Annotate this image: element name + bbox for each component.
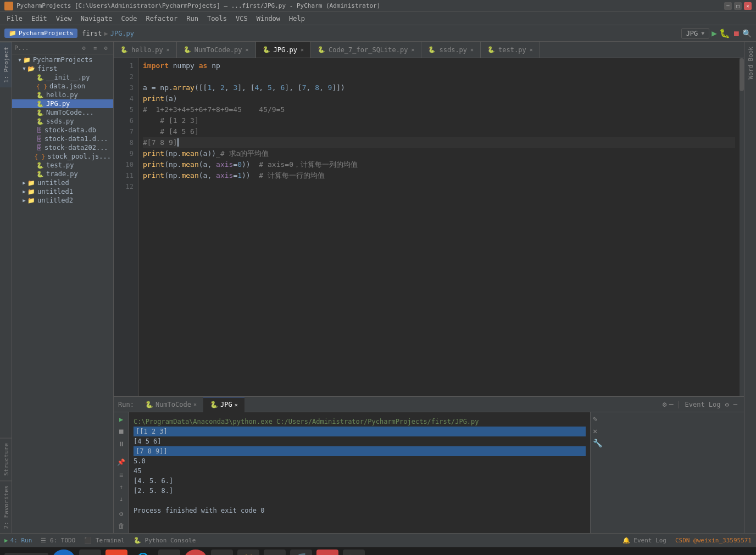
tree-item-untitled2[interactable]: ▶ 📁 untitled2 <box>12 196 113 205</box>
taskbar-item-1[interactable]: K <box>53 550 75 556</box>
minimize-button[interactable]: ─ <box>724 2 732 10</box>
tree-item-stockdb[interactable]: 🗄 stock-data.db <box>12 126 113 134</box>
tab-hellopy[interactable]: 🐍 hello.py ✕ <box>114 42 177 58</box>
taskbar-item-3[interactable]: i <box>105 550 127 556</box>
stop-button[interactable]: ⏹ <box>732 29 740 38</box>
event-log-minimize[interactable]: ─ <box>733 401 737 408</box>
project-button[interactable]: 📁 PycharmProjects <box>4 29 77 38</box>
settings-icon[interactable]: ⚙ <box>663 400 667 408</box>
pause-button[interactable]: ⏸ <box>116 439 127 449</box>
vtab-wordbook[interactable]: Word Book <box>744 42 756 84</box>
menu-help[interactable]: Help <box>285 14 309 24</box>
search-everywhere-button[interactable]: 🔍 <box>742 29 752 38</box>
bottom-tab-jpg[interactable]: 🐍 JPG ✕ <box>203 397 244 412</box>
menu-edit[interactable]: Edit <box>27 14 52 24</box>
tree-item-tradepy[interactable]: 🐍 trade.py <box>12 170 113 178</box>
collapse-all-button[interactable]: ≡ <box>90 43 100 53</box>
rerun-button[interactable]: ▶ <box>116 414 127 424</box>
tab-testpy[interactable]: 🐍 test.py ✕ <box>481 42 540 58</box>
breadcrumb-folder[interactable]: first <box>82 30 102 37</box>
status-run[interactable]: 4: Run <box>4 537 32 544</box>
tree-item-testpy[interactable]: 🐍 test.py <box>12 161 113 170</box>
edit-icon[interactable]: ✎ <box>593 414 742 423</box>
close-bottom-tab-icon[interactable]: ✕ <box>193 401 197 407</box>
settings-side-button[interactable]: ⚙ <box>116 508 127 518</box>
tree-item-numtocode[interactable]: 🐍 NumToCode... <box>12 108 113 117</box>
tree-view-button[interactable]: ≡ <box>116 470 127 480</box>
taskbar-item-files[interactable]: 📁 <box>237 550 259 556</box>
menu-vcs[interactable]: VCS <box>231 14 252 24</box>
settings-button[interactable]: ⚙ <box>101 43 111 53</box>
taskbar-item-chrome[interactable]: 🌐 <box>132 550 154 556</box>
close-tab-icon[interactable]: ✕ <box>166 47 170 53</box>
taskbar-item-8[interactable]: ❤ <box>316 550 338 556</box>
menu-view[interactable]: View <box>52 14 76 24</box>
menu-navigate[interactable]: Navigate <box>76 14 117 24</box>
bottom-tab-numtocode[interactable]: 🐍 NumToCode ✕ <box>138 397 203 412</box>
scrollbar-thumb[interactable] <box>740 58 744 91</box>
menu-run[interactable]: Run <box>182 14 203 24</box>
close-tab-icon[interactable]: ✕ <box>246 47 249 53</box>
tab-ssds[interactable]: 🐍 ssds.py ✕ <box>421 42 481 58</box>
breadcrumb-file[interactable]: JPG.py <box>110 30 134 37</box>
taskbar-item-7[interactable]: 🎵 <box>290 550 312 556</box>
window-controls[interactable]: ─ □ ✕ <box>724 2 752 10</box>
run-button[interactable]: ▶ <box>711 28 717 38</box>
tree-item-stockdb2[interactable]: 🗄 stock-data202... <box>12 143 113 152</box>
tab-code7[interactable]: 🐍 Code_7_for_SQLite.py ✕ <box>311 42 422 58</box>
vtab-structure[interactable]: Structure <box>0 438 12 480</box>
tree-item-ssdspy[interactable]: 🐍 ssds.py <box>12 117 113 126</box>
taskbar-item-9[interactable]: 📷 <box>343 550 365 556</box>
wrench-icon[interactable]: 🔧 <box>593 439 742 447</box>
tree-item-datajson[interactable]: { } data.json <box>12 82 113 91</box>
close-button[interactable]: ✕ <box>744 2 752 10</box>
tree-item-jpgpy[interactable]: 🐍 JPG.py <box>12 99 113 108</box>
status-todo[interactable]: ☰ 6: TODO <box>41 537 75 544</box>
code-editor[interactable]: 12345 6789101112 import numpy as np a = … <box>114 58 744 396</box>
taskbar-item-5[interactable]: W <box>185 550 207 556</box>
tab-numtocode[interactable]: 🐍 NumToCode.py ✕ <box>177 42 256 58</box>
down-button[interactable]: ↓ <box>116 494 127 504</box>
tree-item-init[interactable]: 🐍 __init__.py <box>12 73 113 82</box>
taskbar-search[interactable]: 搜索一下 <box>4 553 48 555</box>
taskbar-item-2[interactable]: N <box>79 550 101 556</box>
vtab-project[interactable]: 1: Project <box>0 42 12 87</box>
taskbar-item-6[interactable]: 🟧 <box>264 550 286 556</box>
tree-item-stockpool[interactable]: { } stock_pool.js... <box>12 152 113 161</box>
close-tab-icon[interactable]: ✕ <box>411 47 414 53</box>
run-config-dropdown[interactable]: ▼ <box>701 30 704 36</box>
taskbar-item-pycharm[interactable]: 🖥 <box>211 550 233 556</box>
close-tab-icon[interactable]: ✕ <box>530 47 533 53</box>
tree-item-hellopy[interactable]: 🐍 hello.py <box>12 91 113 99</box>
taskbar-item-4[interactable]: 🐦 <box>158 550 180 556</box>
vtab-favorites[interactable]: 2: Favorites <box>0 480 12 533</box>
debug-button[interactable]: 🐛 <box>719 28 730 38</box>
menu-file[interactable]: File <box>2 14 27 24</box>
menu-refactor[interactable]: Refactor <box>141 14 182 24</box>
minimize-icon[interactable]: ─ <box>669 400 674 408</box>
status-terminal[interactable]: ⬛ Terminal <box>84 537 125 544</box>
stop-run-button[interactable]: ⏹ <box>116 427 127 436</box>
tree-item-pycharmprojects[interactable]: ▼ 📁 PycharmProjects <box>12 55 113 64</box>
clear-icon[interactable]: ✕ <box>593 427 742 435</box>
tree-item-untitled[interactable]: ▶ 📁 untitled <box>12 178 113 187</box>
tab-jpgpy[interactable]: 🐍 JPG.py ✕ <box>256 42 311 58</box>
tree-item-first[interactable]: ▼ 📂 first <box>12 64 113 73</box>
close-tab-icon[interactable]: ✕ <box>470 47 474 53</box>
menu-code[interactable]: Code <box>117 14 142 24</box>
tree-item-stockdb1[interactable]: 🗄 stock-data1.d... <box>12 134 113 143</box>
pin-button[interactable]: 📌 <box>116 457 127 467</box>
trash-button[interactable]: 🗑 <box>116 521 127 531</box>
event-log-status[interactable]: 🔔 Event Log <box>622 537 666 544</box>
menu-window[interactable]: Window <box>252 14 285 24</box>
maximize-button[interactable]: □ <box>734 2 742 10</box>
close-bottom-tab-icon[interactable]: ✕ <box>235 402 238 408</box>
code-content[interactable]: import numpy as np a = np.array([[1, 2, … <box>138 58 740 396</box>
status-python-console[interactable]: 🐍 Python Console <box>134 537 196 544</box>
up-button[interactable]: ↑ <box>116 482 127 492</box>
editor-scrollbar[interactable] <box>740 58 744 396</box>
sync-files-button[interactable]: ⚙ <box>79 43 89 53</box>
tree-item-untitled1[interactable]: ▶ 📁 untitled1 <box>12 187 113 196</box>
close-tab-icon[interactable]: ✕ <box>301 47 304 53</box>
menu-tools[interactable]: Tools <box>203 14 231 24</box>
